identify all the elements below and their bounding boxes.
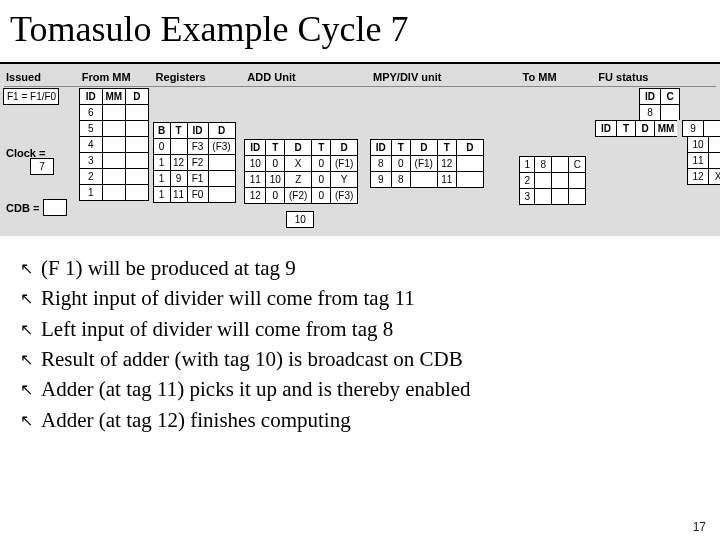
mm-h2: D	[125, 88, 149, 105]
arrow-icon: ↖	[20, 258, 33, 280]
issued-expr: F1 = F1/F0	[3, 88, 59, 105]
hdr-from-mm: From MM	[80, 70, 154, 84]
page-number: 17	[693, 520, 706, 534]
from-mm-column: ID MM D 6 5 4 3 2 1	[80, 89, 154, 228]
bullet-item: ↖Adder (at tag 12) finishes computing	[20, 406, 700, 434]
issued-column: F1 = F1/F0 Clock = 7 CDB =	[4, 89, 80, 228]
add-unit-column: ID T D T D 100X0(F1) 1110Z0Y 120(F2)0(F3…	[245, 89, 371, 228]
column-headers: Issued From MM Registers ADD Unit MPY/DI…	[4, 70, 716, 87]
bullet-item: ↖(F 1) will be produced at tag 9	[20, 254, 700, 282]
arrow-icon: ↖	[20, 288, 33, 310]
bullet-item: ↖Left input of divider will come from ta…	[20, 315, 700, 343]
fu-status-column: ID C 8 ID T D MM 9 10 11 12X	[596, 89, 716, 228]
clock-value: 7	[30, 158, 54, 175]
bullet-item: ↖Adder (at tag 11) picks it up and is th…	[20, 375, 700, 403]
hdr-fu-status: FU status	[596, 70, 716, 84]
bullet-item: ↖Right input of divider will come from t…	[20, 284, 700, 312]
mm-h0: ID	[79, 88, 103, 105]
registers-column: B T ID D 0F3(F3) 112F2 19F1 111F0	[154, 89, 246, 228]
cdb-value	[43, 199, 67, 216]
bullet-list: ↖(F 1) will be produced at tag 9 ↖Right …	[0, 236, 720, 434]
mm-h1: MM	[102, 88, 126, 105]
arrow-icon: ↖	[20, 410, 33, 432]
slide-title: Tomasulo Example Cycle 7	[0, 0, 720, 64]
mpy-unit-column: ID T D T D 80(F1)12 9811	[371, 89, 521, 228]
bullet-item: ↖Result of adder (with tag 10) is broadc…	[20, 345, 700, 373]
hdr-registers: Registers	[154, 70, 246, 84]
hdr-to-mm: To MM	[521, 70, 597, 84]
cdb-label: CDB =	[4, 202, 44, 214]
arrow-icon: ↖	[20, 379, 33, 401]
add-out: 10	[286, 211, 314, 228]
hdr-mpy-unit: MPY/DIV unit	[371, 70, 521, 84]
tomasulo-diagram: Issued From MM Registers ADD Unit MPY/DI…	[0, 64, 720, 236]
arrow-icon: ↖	[20, 319, 33, 341]
arrow-icon: ↖	[20, 349, 33, 371]
hdr-issued: Issued	[4, 70, 80, 84]
to-mm-column: 18C 2 3	[520, 89, 596, 228]
hdr-add-unit: ADD Unit	[245, 70, 371, 84]
